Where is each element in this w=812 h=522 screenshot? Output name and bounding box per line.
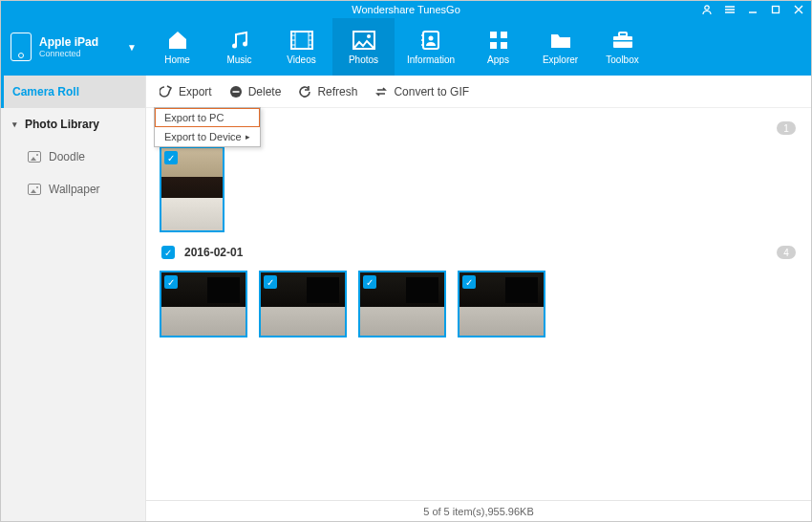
triangle-down-icon: ▾ <box>12 120 17 129</box>
contacts-icon <box>418 30 443 51</box>
picture-icon <box>28 151 41 163</box>
nav-label: Explorer <box>543 54 578 65</box>
sidebar-label: Photo Library <box>25 118 99 131</box>
convert-gif-button[interactable]: Convert to GIF <box>374 85 469 98</box>
content: Export Delete Refresh Convert to GIF <box>146 76 811 521</box>
menu-label: Export to PC <box>164 112 224 123</box>
photo-icon <box>352 30 376 51</box>
nav-label: Toolbox <box>606 54 638 65</box>
svg-rect-11 <box>490 32 497 38</box>
close-button[interactable] <box>792 3 805 16</box>
video-icon <box>289 30 314 51</box>
export-icon <box>160 85 173 98</box>
refresh-icon <box>298 85 311 98</box>
nav-explorer[interactable]: Explorer <box>529 18 591 76</box>
sidebar-label: Camera Roll <box>12 85 79 98</box>
svg-rect-15 <box>613 36 632 48</box>
status-bar: 5 of 5 item(s),955.96KB <box>146 500 811 521</box>
user-icon[interactable] <box>700 3 714 16</box>
group-header: ✓ 2016-02-01 4 <box>161 242 796 263</box>
thumbnail-checkbox[interactable]: ✓ <box>164 151 178 164</box>
svg-point-8 <box>367 34 371 38</box>
music-icon <box>227 30 252 51</box>
export-dropdown: Export to PC Export to Device ▸ <box>154 107 261 147</box>
photo-thumbnail[interactable]: ✓ <box>259 271 347 337</box>
svg-rect-19 <box>232 91 239 93</box>
minimize-button[interactable] <box>746 3 759 16</box>
photo-thumbnail[interactable]: ✓ <box>160 271 247 337</box>
device-info: Apple iPad Connected <box>39 35 98 58</box>
photo-thumbnail[interactable]: ✓ <box>458 271 545 337</box>
nav-music[interactable]: Music <box>208 18 270 76</box>
photo-thumbnail[interactable]: ✓ <box>358 271 446 337</box>
nav-toolbox[interactable]: Toolbox <box>591 18 653 76</box>
svg-point-0 <box>705 6 709 10</box>
chevron-right-icon: ▸ <box>246 132 250 141</box>
home-icon <box>165 30 190 51</box>
select-all-checkbox[interactable]: ✓ <box>161 246 175 259</box>
device-name: Apple iPad <box>39 35 98 49</box>
thumbnail-row: ✓ ✓ ✓ ✓ <box>160 271 798 337</box>
svg-rect-13 <box>490 42 497 49</box>
sidebar-item-photo-library[interactable]: ▾ Photo Library <box>1 108 145 141</box>
export-to-device[interactable]: Export to Device ▸ <box>155 127 260 146</box>
body: Camera Roll ▾ Photo Library Doodle Wallp… <box>1 76 811 521</box>
svg-rect-1 <box>773 7 780 13</box>
svg-rect-17 <box>613 40 632 42</box>
thumbnail-checkbox[interactable]: ✓ <box>363 275 376 289</box>
toolbar-label: Convert to GIF <box>394 85 469 98</box>
title-bar: Wondershare TunesGo <box>1 1 811 18</box>
nav-label: Information <box>407 54 455 65</box>
refresh-button[interactable]: Refresh <box>298 85 357 98</box>
menu-icon[interactable] <box>723 3 737 16</box>
thumbnail-checkbox[interactable]: ✓ <box>264 275 277 289</box>
sidebar-label: Wallpaper <box>49 183 100 196</box>
nav-videos[interactable]: Videos <box>270 18 332 76</box>
thumbnail-row: ✓ <box>160 146 798 232</box>
toolbar: Export Delete Refresh Convert to GIF <box>146 76 811 108</box>
export-button[interactable]: Export <box>160 85 212 98</box>
sidebar-label: Doodle <box>49 150 85 163</box>
delete-icon <box>229 85 243 98</box>
svg-rect-12 <box>501 32 507 38</box>
sidebar: Camera Roll ▾ Photo Library Doodle Wallp… <box>1 76 146 521</box>
apps-icon <box>486 30 511 51</box>
export-to-pc[interactable]: Export to PC <box>155 108 260 127</box>
delete-button[interactable]: Delete <box>229 85 282 98</box>
maximize-button[interactable] <box>769 3 782 16</box>
nav-apps[interactable]: Apps <box>467 18 529 76</box>
group-count-badge: 4 <box>777 246 796 259</box>
nav-label: Home <box>164 54 190 65</box>
caret-down-icon: ▼ <box>127 42 137 53</box>
nav-information[interactable]: Information <box>395 18 467 76</box>
photo-gallery: ✓ 1 ✓ ✓ 2016-02-01 4 <box>146 108 811 500</box>
status-text: 5 of 5 item(s),955.96KB <box>423 506 534 517</box>
convert-icon <box>374 85 388 98</box>
toolbox-icon <box>610 30 635 51</box>
window-controls <box>700 1 805 18</box>
photo-thumbnail[interactable]: ✓ <box>160 146 224 232</box>
svg-point-10 <box>429 35 434 40</box>
menu-label: Export to Device <box>164 131 242 142</box>
toolbar-label: Export <box>179 85 212 98</box>
folder-icon <box>548 30 573 51</box>
thumbnail-checkbox[interactable]: ✓ <box>164 275 178 289</box>
device-status: Connected <box>39 49 98 58</box>
sidebar-item-wallpaper[interactable]: Wallpaper <box>1 173 145 206</box>
thumbnail-checkbox[interactable]: ✓ <box>462 275 476 289</box>
svg-point-3 <box>243 41 247 46</box>
svg-point-2 <box>232 43 237 48</box>
tablet-icon <box>11 33 32 61</box>
header: Apple iPad Connected ▼ Home Music Videos… <box>1 18 811 76</box>
picture-icon <box>28 184 41 195</box>
sidebar-item-camera-roll[interactable]: Camera Roll <box>1 76 145 108</box>
nav-label: Videos <box>287 54 315 65</box>
group-count-badge: 1 <box>777 121 796 135</box>
nav-home[interactable]: Home <box>146 18 208 76</box>
svg-rect-14 <box>501 42 507 49</box>
nav-label: Music <box>226 54 251 65</box>
device-selector[interactable]: Apple iPad Connected ▼ <box>1 18 146 76</box>
nav-photos[interactable]: Photos <box>332 18 395 76</box>
svg-rect-16 <box>619 33 627 36</box>
sidebar-item-doodle[interactable]: Doodle <box>1 141 145 173</box>
